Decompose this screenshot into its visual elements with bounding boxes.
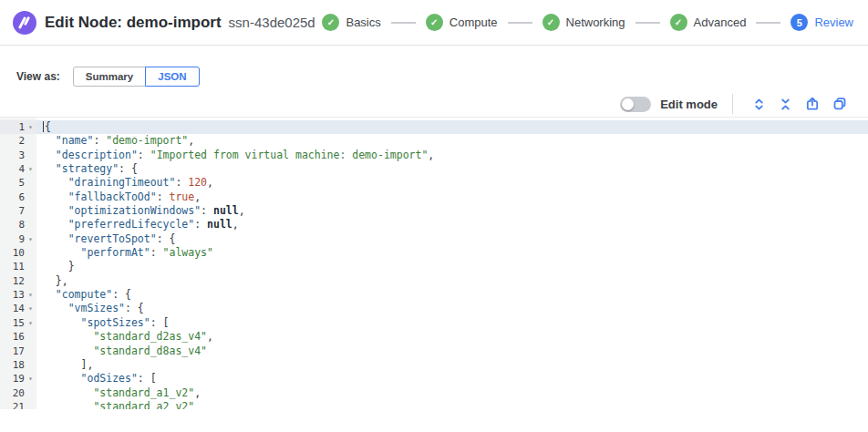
code-text: "compute": { xyxy=(36,288,868,302)
export-icon xyxy=(805,97,820,111)
check-icon: ✓ xyxy=(426,14,443,31)
code-line: 15▾ "spotSizes": [ xyxy=(0,316,868,330)
expand-all-button[interactable] xyxy=(752,98,766,111)
gutter-cell: 7 xyxy=(0,204,36,218)
edit-mode-label: Edit mode xyxy=(660,98,718,111)
code-text: "vmSizes": { xyxy=(36,302,868,315)
gutter-cell: 10 xyxy=(0,246,36,260)
gutter-cell: 12 xyxy=(0,274,36,288)
step-label: Networking xyxy=(566,15,625,29)
step-label: Compute xyxy=(450,15,498,29)
code-line: 13▾ "compute": { xyxy=(0,288,868,302)
step-basics[interactable]: ✓Basics xyxy=(322,14,380,31)
code-text: "description": "Imported from virtual ma… xyxy=(36,149,868,162)
line-number: 14 xyxy=(13,302,25,315)
fold-arrow-icon[interactable]: ▾ xyxy=(25,302,36,315)
code-line: 20 "standard_a1_v2", xyxy=(0,386,868,400)
code-line: 10 "performAt": "always" xyxy=(0,246,868,260)
code-text: { xyxy=(36,120,868,134)
line-number: 6 xyxy=(18,190,25,204)
gutter-cell: 4▾ xyxy=(0,162,36,176)
page-title: Edit Node: demo-import xyxy=(45,14,222,32)
expand-all-icon xyxy=(752,98,766,111)
step-networking[interactable]: ✓Networking xyxy=(542,14,625,31)
step-connector xyxy=(636,22,660,24)
json-code-editor[interactable]: 1▾{2 "name": "demo-import",3 "descriptio… xyxy=(0,117,868,409)
code-line: 5 "drainingTimeout": 120, xyxy=(0,176,868,190)
code-line: 12 }, xyxy=(0,274,868,288)
code-text: "preferredLifecycle": null, xyxy=(36,218,868,231)
fold-arrow-icon[interactable]: ▾ xyxy=(25,162,36,176)
fold-arrow-icon[interactable]: ▾ xyxy=(25,316,36,330)
step-label: Basics xyxy=(346,15,380,29)
code-text: }, xyxy=(36,274,868,288)
fold-arrow-icon[interactable]: ▾ xyxy=(25,232,36,246)
code-text: ], xyxy=(36,358,868,372)
code-line: 2 "name": "demo-import", xyxy=(0,134,868,148)
gutter-cell: 2 xyxy=(0,134,36,148)
collapse-all-button[interactable] xyxy=(779,98,792,111)
line-number: 2 xyxy=(18,134,25,148)
code-line: 21 "standard_a2_v2" xyxy=(0,400,868,409)
line-number: 7 xyxy=(18,204,25,218)
copy-button[interactable] xyxy=(832,97,847,111)
code-line: 16 "standard_d2as_v4", xyxy=(0,330,868,344)
step-connector xyxy=(391,22,416,24)
node-id: ssn-43de025d xyxy=(229,15,315,30)
fold-arrow-icon[interactable]: ▾ xyxy=(25,120,36,134)
line-number: 3 xyxy=(18,149,25,162)
wizard-stepper: ✓Basics✓Compute✓Networking✓Advanced5Revi… xyxy=(322,14,853,31)
code-line: 18 ], xyxy=(0,358,868,372)
code-text: "performAt": "always" xyxy=(36,246,868,260)
toolbar-divider xyxy=(732,94,733,114)
view-as-option-summary[interactable]: Summary xyxy=(73,67,146,87)
step-connector xyxy=(508,22,532,24)
gutter-cell: 18 xyxy=(0,358,36,372)
step-label: Review xyxy=(814,15,853,29)
code-text: "standard_d2as_v4", xyxy=(36,330,868,344)
gutter-cell: 8 xyxy=(0,218,36,231)
code-text: "name": "demo-import", xyxy=(36,134,868,148)
header: Edit Node: demo-import ssn-43de025d ✓Bas… xyxy=(0,0,868,46)
step-advanced[interactable]: ✓Advanced xyxy=(670,14,747,31)
export-button[interactable] xyxy=(805,97,820,111)
code-text: "spotSizes": [ xyxy=(36,316,868,330)
gutter-cell: 16 xyxy=(0,330,36,344)
code-line: 9▾ "revertToSpot": { xyxy=(0,232,868,246)
gutter-cell: 1▾ xyxy=(0,120,36,134)
step-compute[interactable]: ✓Compute xyxy=(426,14,498,31)
view-as-row: View as: SummaryJSON xyxy=(0,46,868,87)
line-number: 12 xyxy=(13,274,25,288)
line-number: 16 xyxy=(13,330,25,344)
code-text: "revertToSpot": { xyxy=(36,232,868,246)
line-number: 13 xyxy=(13,288,25,302)
line-number: 18 xyxy=(13,358,25,372)
view-as-option-json[interactable]: JSON xyxy=(145,67,199,87)
code-text: "drainingTimeout": 120, xyxy=(36,176,868,190)
code-lines: 1▾{2 "name": "demo-import",3 "descriptio… xyxy=(0,118,868,409)
line-number: 5 xyxy=(18,176,25,190)
gutter-cell: 11 xyxy=(0,260,36,273)
gutter-cell: 15▾ xyxy=(0,316,36,330)
fold-arrow-icon[interactable]: ▾ xyxy=(25,372,36,386)
code-line: 19▾ "odSizes": [ xyxy=(0,372,868,386)
collapse-all-icon xyxy=(779,98,792,111)
code-line: 4▾ "strategy": { xyxy=(0,162,868,176)
code-text: "odSizes": [ xyxy=(36,372,868,386)
fold-arrow-icon[interactable]: ▾ xyxy=(25,288,36,302)
line-number: 11 xyxy=(13,260,25,273)
line-number: 19 xyxy=(13,372,25,386)
code-line: 11 } xyxy=(0,260,868,273)
toggle-knob xyxy=(622,98,634,110)
line-number: 9 xyxy=(18,232,25,246)
code-text: "strategy": { xyxy=(36,162,868,176)
check-icon: ✓ xyxy=(670,14,687,31)
gutter-cell: 6 xyxy=(0,190,36,204)
gutter-cell: 3 xyxy=(0,149,36,162)
gutter-cell: 17 xyxy=(0,345,36,358)
step-review[interactable]: 5Review xyxy=(790,14,853,31)
view-as-label: View as: xyxy=(16,70,60,83)
edit-mode-toggle[interactable] xyxy=(620,97,651,112)
code-text: "fallbackToOd": true, xyxy=(36,190,868,204)
step-number: 5 xyxy=(790,14,808,31)
